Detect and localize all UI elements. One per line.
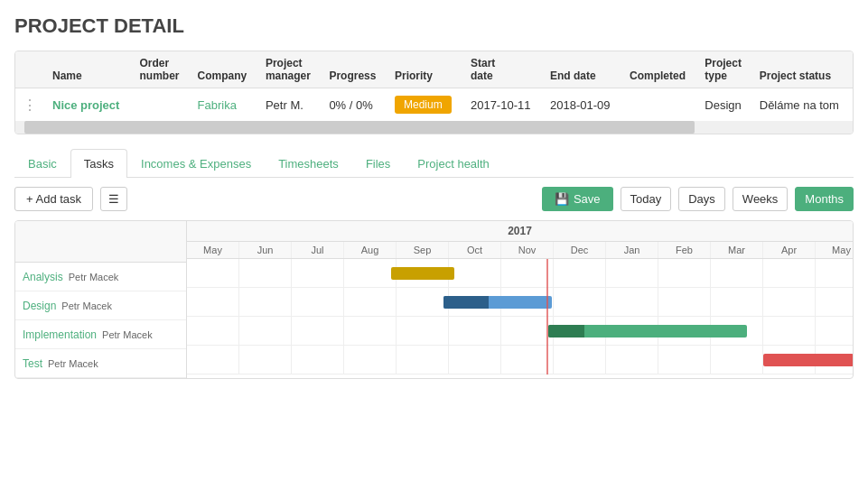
project-table-wrap: Name Ordernumber Company Projectmanager … <box>14 51 854 134</box>
month-4: Sep <box>397 242 449 258</box>
save-label: Save <box>574 192 601 206</box>
task-name-3[interactable]: Test <box>23 357 42 370</box>
col-manager: Projectmanager <box>258 51 322 88</box>
col-name: Name <box>45 51 132 88</box>
list-view-button[interactable]: ☰ <box>100 187 127 211</box>
row-order <box>132 88 190 122</box>
bar-analysis[interactable] <box>391 267 454 280</box>
month-1: Jun <box>239 242 292 258</box>
month-6: Nov <box>501 242 554 258</box>
gantt-row-test <box>187 346 853 374</box>
row-start: 2017-10-11 <box>463 88 543 122</box>
task-name-1[interactable]: Design <box>23 300 56 312</box>
drag-icon: ⋮ <box>23 97 38 113</box>
task-assignee-1: Petr Macek <box>61 300 112 311</box>
month-9: Feb <box>658 242 711 258</box>
gantt-chart: Analysis Petr Macek Design Petr Macek Im… <box>14 220 854 379</box>
gantt-header-spacer <box>15 221 186 263</box>
bar-implementation[interactable] <box>548 325 747 337</box>
toolbar: + Add task ☰ 💾 Save Today Days Weeks Mon… <box>14 178 854 220</box>
gantt-chart-area: 2017 May Jun Jul Aug Sep Oct Nov Dec Jan… <box>187 221 853 378</box>
gantt-row-impl <box>187 317 853 346</box>
gantt-row-design <box>187 288 853 317</box>
page-title: PROJECT DETAIL <box>14 14 854 38</box>
weeks-button[interactable]: Weeks <box>733 187 789 211</box>
project-table: Name Ordernumber Company Projectmanager … <box>15 51 853 121</box>
col-priority: Priority <box>387 51 463 88</box>
project-name-link[interactable]: Nice project <box>52 98 119 112</box>
month-5: Oct <box>449 242 501 258</box>
gantt-task-row-1: Design Petr Macek <box>15 291 186 320</box>
save-icon: 💾 <box>555 192 569 206</box>
months-button[interactable]: Months <box>795 187 854 211</box>
row-type: Design <box>697 88 751 122</box>
col-status: Project status <box>752 51 853 88</box>
month-12: May <box>816 242 853 258</box>
col-order: Ordernumber <box>132 51 190 88</box>
gantt-container: Analysis Petr Macek Design Petr Macek Im… <box>15 221 853 378</box>
scrollbar-thumb <box>24 121 695 134</box>
col-type: Projecttype <box>697 51 751 88</box>
row-end: 2018-01-09 <box>543 88 622 122</box>
add-task-button[interactable]: + Add task <box>14 187 93 211</box>
tab-project-health[interactable]: Project health <box>404 149 503 178</box>
month-8: Jan <box>606 242 658 258</box>
row-name[interactable]: Nice project <box>45 88 132 122</box>
row-priority: Medium <box>387 88 463 122</box>
row-status: Děláme na tom <box>752 88 853 122</box>
tab-tasks[interactable]: Tasks <box>70 149 127 178</box>
month-2: Jul <box>292 242 344 258</box>
today-line <box>546 259 548 374</box>
tab-files[interactable]: Files <box>352 149 404 178</box>
tabs-container: Basic Tasks Incomes & Expenses Timesheet… <box>14 149 854 178</box>
row-manager: Petr M. <box>258 88 322 122</box>
task-name-2[interactable]: Implementation <box>23 328 97 341</box>
row-progress: 0% / 0% <box>322 88 387 122</box>
month-10: Mar <box>711 242 763 258</box>
days-button[interactable]: Days <box>678 187 725 211</box>
col-company: Company <box>191 51 258 88</box>
tab-basic[interactable]: Basic <box>14 149 70 178</box>
gantt-year-label: 2017 <box>508 225 532 237</box>
month-11: Apr <box>763 242 816 258</box>
gantt-row-analysis <box>187 259 853 288</box>
bar-design-progress <box>443 296 489 309</box>
col-completed: Completed <box>622 51 697 88</box>
month-3: Aug <box>344 242 397 258</box>
save-button[interactable]: 💾 Save <box>542 187 613 211</box>
month-7: Dec <box>554 242 606 258</box>
row-dots[interactable]: ⋮ <box>15 88 45 122</box>
bar-test[interactable] <box>763 354 853 366</box>
gantt-month-headers: May Jun Jul Aug Sep Oct Nov Dec Jan Feb … <box>187 242 853 259</box>
col-progress: Progress <box>322 51 387 88</box>
gantt-task-row-0: Analysis Petr Macek <box>15 263 186 291</box>
bar-design[interactable] <box>443 296 552 309</box>
gantt-rows <box>187 259 853 374</box>
list-icon: ☰ <box>108 192 119 206</box>
task-assignee-2: Petr Macek <box>102 329 153 340</box>
gantt-task-row-2: Implementation Petr Macek <box>15 320 186 349</box>
col-dots <box>15 51 45 88</box>
today-button[interactable]: Today <box>621 187 672 211</box>
tab-incomes[interactable]: Incomes & Expenses <box>127 149 265 178</box>
table-row: ⋮ Nice project Fabrika Petr M. 0% / 0% M… <box>15 88 853 122</box>
row-company: Fabrika <box>191 88 258 122</box>
task-assignee-0: Petr Macek <box>69 272 119 282</box>
gantt-year: 2017 <box>187 221 853 242</box>
gantt-task-row-3: Test Petr Macek <box>15 349 186 378</box>
month-0: May <box>187 242 239 258</box>
task-name-0[interactable]: Analysis <box>23 271 63 283</box>
col-start: Startdate <box>463 51 543 88</box>
gantt-labels: Analysis Petr Macek Design Petr Macek Im… <box>15 221 187 378</box>
page-container: PROJECT DETAIL Name Ordernumber Company … <box>0 0 868 393</box>
bar-impl-progress <box>548 325 584 337</box>
task-assignee-3: Petr Macek <box>48 358 98 369</box>
col-end: End date <box>543 51 622 88</box>
tab-timesheets[interactable]: Timesheets <box>265 149 352 178</box>
row-completed <box>622 88 697 122</box>
horizontal-scrollbar[interactable] <box>15 121 853 134</box>
